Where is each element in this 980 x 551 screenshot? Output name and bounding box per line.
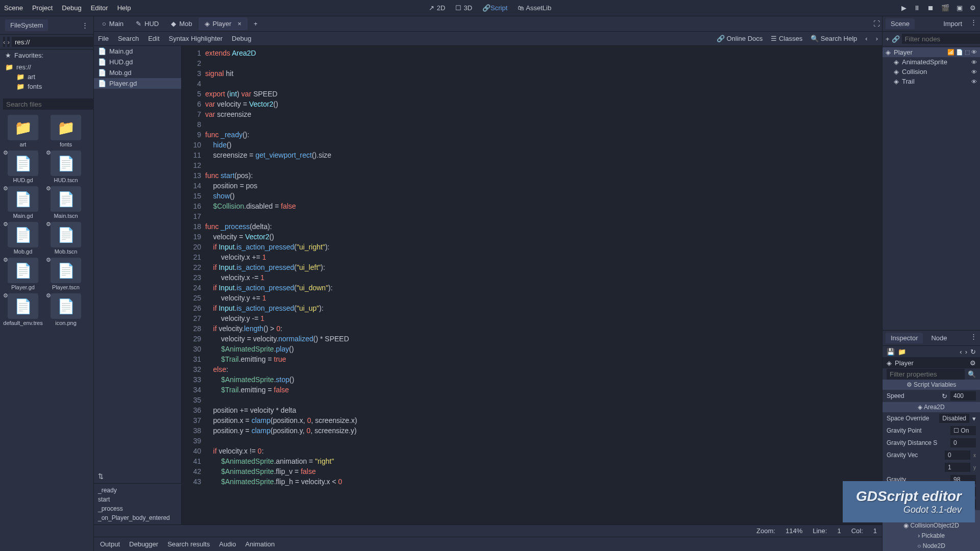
play-control-5[interactable]: ⚙ [970, 4, 976, 12]
play-control-4[interactable]: ▣ [957, 4, 963, 12]
script-list-item[interactable]: 📄Mob.gd [94, 67, 181, 78]
inspector-property[interactable]: 1y [883, 461, 980, 473]
bottom-tab-animation[interactable]: Animation [245, 540, 275, 548]
filesystem-tree: 📁res://📁art📁fonts [0, 61, 93, 92]
submenu-right-item[interactable]: ‹ [865, 35, 867, 42]
file-thumb[interactable]: ⚙📄Mob.gd [3, 222, 43, 255]
function-list-item[interactable]: _process [94, 504, 181, 513]
menu-editor[interactable]: Editor [91, 4, 108, 12]
submenu-syntax-highlighter[interactable]: Syntax Highlighter [169, 35, 223, 42]
inspector-tab-inspector[interactable]: Inspector [886, 333, 923, 343]
scene-node[interactable]: ◈Collision👁 [883, 67, 980, 77]
status-bar: Zoom: 114% Line: 1 Col: 1 [94, 524, 882, 537]
play-control-0[interactable]: ▶ [901, 4, 906, 12]
submenu-right-item[interactable]: › [876, 35, 878, 42]
inspector-property[interactable]: Gravity Vec0x [883, 449, 980, 461]
submenu-edit[interactable]: Edit [148, 35, 159, 42]
file-thumb[interactable]: ⚙📄Main.tscn [46, 186, 86, 219]
code-content[interactable]: extends Area2D signal hit export (int) v… [205, 46, 882, 524]
inspector-property[interactable]: Gravity Distance S0 [883, 437, 980, 449]
submenu-right-item[interactable]: ☰ Classes [771, 35, 802, 42]
file-thumb[interactable]: ⚙📄default_env.tres [3, 293, 43, 326]
submenu-right-item[interactable]: 🔍 Search Help [811, 35, 857, 42]
scene-node[interactable]: ◈Player📶 📄 ⬚ 👁 [883, 47, 980, 57]
submenu-right-item[interactable]: 🔗 Online Docs [717, 35, 763, 42]
expand-icon[interactable]: ⛶ [873, 20, 880, 28]
save-icon[interactable]: 💾 [887, 348, 895, 356]
inspector-property[interactable]: Gravity Point☐ On [883, 424, 980, 437]
add-node-icon[interactable]: + [886, 35, 890, 43]
inspector-section-header[interactable]: ◈ Area2D [883, 402, 980, 412]
tree-item[interactable]: 📁fonts [2, 82, 91, 91]
bottom-tab-output[interactable]: Output [100, 540, 120, 548]
panel-menu-icon[interactable]: ⋮ [82, 21, 88, 29]
tree-item[interactable]: 📁art [2, 72, 91, 82]
file-thumb[interactable]: ⚙📄Player.gd [3, 258, 43, 290]
file-thumb[interactable]: 📁art [3, 115, 43, 147]
new-tab-button[interactable]: + [248, 17, 264, 30]
inspector-section-header[interactable]: › Pickable [883, 531, 980, 541]
editor-tab-mob[interactable]: ◆Mob [165, 17, 198, 30]
bottom-tab-debugger[interactable]: Debugger [129, 540, 158, 548]
tree-item[interactable]: 📁res:// [2, 62, 91, 72]
history-icon[interactable]: ↻ [970, 348, 976, 356]
inspector-property[interactable]: Space OverrideDisabled▾ [883, 412, 980, 424]
file-thumb[interactable]: 📁fonts [46, 115, 86, 147]
menu-help[interactable]: Help [117, 4, 131, 12]
workspace-tab-assetlib[interactable]: 🛍AssetLib [518, 4, 551, 12]
file-thumb[interactable]: ⚙📄HUD.gd [3, 151, 43, 183]
workspace-tab-2d[interactable]: ↗2D [429, 4, 446, 12]
workspace-tab-script[interactable]: 🔗Script [482, 4, 507, 12]
filter-properties-input[interactable] [887, 369, 965, 380]
editor-tab-player[interactable]: ◈Player× [199, 17, 248, 30]
scene-tab-scene[interactable]: Scene [886, 18, 915, 29]
inspector-tab-node[interactable]: Node [926, 333, 952, 343]
play-control-2[interactable]: ⏹ [927, 4, 934, 12]
sort-icon[interactable]: ⇅ [94, 469, 181, 483]
search-icon[interactable]: 🔍 [968, 370, 976, 378]
editor-tab-main[interactable]: ○Main [96, 17, 130, 30]
search-files-input[interactable] [3, 98, 95, 110]
inspector-section-header[interactable]: ⚙ Script Variables [883, 380, 980, 390]
path-input[interactable] [12, 37, 104, 47]
scene-node[interactable]: ◈AnimatedSprite👁 [883, 57, 980, 67]
function-list-item[interactable]: _ready [94, 486, 181, 495]
folder-icon[interactable]: 📁 [898, 348, 906, 356]
script-list-item[interactable]: 📄HUD.gd [94, 57, 181, 67]
history-back-icon[interactable]: ‹ [960, 348, 962, 356]
bottom-tab-search-results[interactable]: Search results [167, 540, 210, 548]
inspector-section-header[interactable]: ○ Node2D [883, 541, 980, 551]
inspector-property[interactable]: Speed↻400 [883, 390, 980, 402]
code-editor[interactable]: 1234567891011121314151617181920212223242… [182, 46, 882, 524]
link-icon[interactable]: 🔗 [892, 35, 900, 43]
script-list-item[interactable]: 📄Main.gd [94, 46, 181, 57]
filter-nodes-input[interactable] [902, 34, 980, 44]
submenu-file[interactable]: File [98, 35, 109, 42]
menu-debug[interactable]: Debug [62, 4, 81, 12]
bottom-tab-audio[interactable]: Audio [219, 540, 236, 548]
file-thumb[interactable]: ⚙📄Mob.tscn [46, 222, 86, 255]
panel-menu-icon[interactable]: ⋮ [970, 18, 977, 29]
editor-tab-hud[interactable]: ✎HUD [130, 17, 165, 30]
play-control-3[interactable]: 🎬 [941, 4, 949, 12]
settings-icon[interactable]: ⚙ [970, 359, 976, 367]
file-thumb[interactable]: ⚙📄Main.gd [3, 186, 43, 219]
file-thumb[interactable]: ⚙📄Player.tscn [46, 258, 86, 290]
submenu-search[interactable]: Search [118, 35, 139, 42]
workspace-tab-3d[interactable]: ☐3D [455, 4, 472, 12]
scene-node[interactable]: ◈Trail👁 [883, 77, 980, 86]
function-list-item[interactable]: _on_Player_body_entered [94, 513, 181, 522]
file-thumb[interactable]: ⚙📄icon.png [46, 293, 86, 326]
nav-forward-button[interactable]: › [7, 37, 9, 47]
nav-back-button[interactable]: ‹ [3, 37, 5, 47]
menu-project[interactable]: Project [32, 4, 53, 12]
play-control-1[interactable]: ⏸ [914, 4, 920, 12]
function-list-item[interactable]: start [94, 495, 181, 504]
script-list-item[interactable]: 📄Player.gd [94, 78, 181, 89]
panel-menu-icon[interactable]: ⋮ [970, 333, 977, 343]
history-fwd-icon[interactable]: › [965, 348, 967, 356]
menu-scene[interactable]: Scene [4, 4, 23, 12]
scene-tab-import[interactable]: Import [938, 18, 967, 29]
file-thumb[interactable]: ⚙📄HUD.tscn [46, 151, 86, 183]
submenu-debug[interactable]: Debug [232, 35, 251, 42]
